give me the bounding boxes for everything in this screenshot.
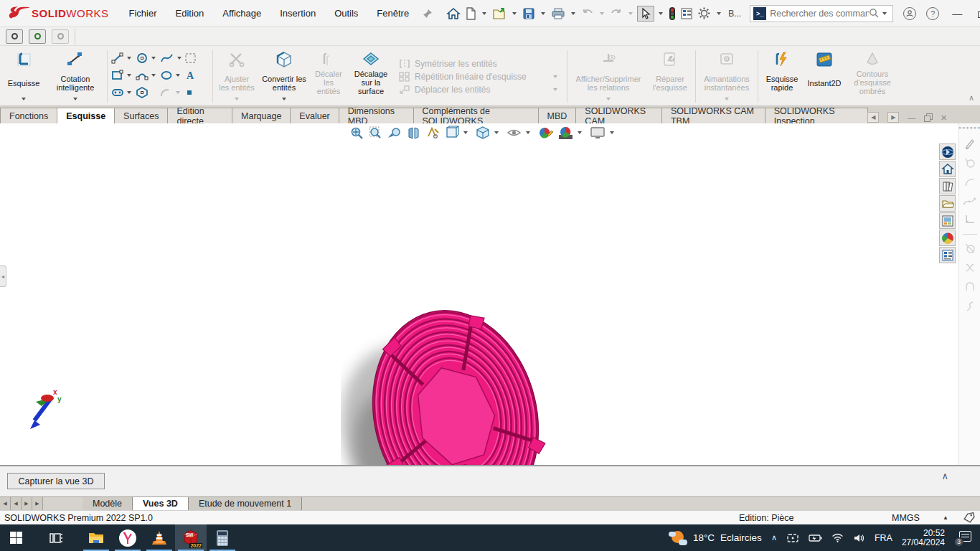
tab-dimensions-mbd[interactable]: Dimensions MBD [339, 108, 414, 123]
tab-scroll-last-button[interactable]: ▶ [32, 497, 43, 510]
settings-dropdown-icon[interactable] [717, 12, 721, 15]
new-document-button[interactable] [463, 5, 478, 22]
tab-edition-directe[interactable]: Edition directe [167, 108, 232, 123]
volume-icon[interactable] [853, 533, 865, 543]
arc-dropdown-icon[interactable] [151, 74, 156, 77]
graphics-area[interactable]: ◂ [0, 123, 980, 465]
action-center-button[interactable]: 3 [954, 529, 973, 547]
minimize-button[interactable]: — [952, 8, 962, 19]
ellipse-dropdown-icon[interactable] [176, 74, 180, 77]
task-view-button[interactable] [40, 524, 72, 551]
tab-vues-3d[interactable]: Vues 3D [133, 497, 189, 510]
search-type-icon[interactable]: >_ [753, 7, 766, 20]
rectangle-dropdown-icon[interactable] [127, 74, 131, 77]
weather-widget[interactable]: 18°C Eclaircies [669, 529, 762, 547]
menu-outils[interactable]: Outils [334, 8, 358, 19]
record-video-icon[interactable] [29, 29, 46, 44]
view-orientation-icon[interactable] [445, 126, 471, 140]
tab-scroll-prev-button[interactable]: ◀ [11, 497, 22, 510]
language-indicator[interactable]: FRA [875, 533, 892, 543]
capture-3d-view-button[interactable]: Capturer la vue 3D [7, 473, 105, 489]
previous-view-icon[interactable] [387, 126, 402, 140]
tab-scroll-next-button[interactable]: ▶ [22, 497, 32, 510]
units-dropdown-icon[interactable]: ▲ [943, 514, 948, 521]
open-dropdown-icon[interactable] [512, 12, 517, 15]
login-user-icon[interactable] [903, 7, 916, 20]
tab-etude-mouvement[interactable]: Etude de mouvement 1 [189, 497, 302, 510]
help-icon[interactable]: ? [926, 7, 939, 20]
new-document-dropdown-icon[interactable] [482, 12, 486, 15]
spline-dropdown-icon[interactable] [177, 57, 182, 60]
tab-solidworks-cam-tbm[interactable]: SOLIDWORKS CAM TBM [661, 108, 765, 123]
settings-gear-button[interactable] [696, 4, 712, 22]
appearances-scenes-icon[interactable] [939, 230, 956, 246]
view-settings-icon[interactable] [590, 126, 617, 140]
select-tool-dropdown-icon[interactable] [659, 12, 663, 15]
print-button[interactable] [550, 5, 567, 22]
tab-modele[interactable]: Modèle [83, 497, 133, 510]
text-tool-icon[interactable]: A [184, 70, 196, 81]
file-explorer-icon[interactable] [939, 195, 956, 212]
units-label[interactable]: MMGS [892, 513, 920, 523]
zoom-to-area-icon[interactable] [369, 126, 382, 140]
search-input[interactable] [770, 9, 869, 19]
menu-fichier[interactable]: Fichier [129, 8, 157, 19]
search-dropdown-icon[interactable] [882, 12, 887, 15]
tab-marquage[interactable]: Marquage [232, 108, 291, 123]
pin-menu-icon[interactable] [422, 8, 433, 19]
line-tool-icon[interactable] [111, 52, 124, 64]
arc-tool-icon[interactable] [136, 70, 149, 81]
tab-scroll-first-button[interactable]: ◀ [0, 497, 11, 510]
sw-resources-home-icon[interactable] [939, 161, 956, 177]
esquisse-button[interactable]: Esquisse [1, 49, 46, 104]
display-style-dropdown-icon[interactable] [494, 131, 499, 134]
menu-insertion[interactable]: Insertion [280, 8, 316, 19]
tab-esquisse[interactable]: Esquisse [57, 108, 115, 123]
cotation-intelligente-button[interactable]: Cotation intelligente [46, 49, 105, 104]
decalage-surface-button[interactable]: Décalage sur la surface [347, 49, 395, 104]
yandex-browser-taskbar-icon[interactable] [112, 524, 143, 551]
hide-show-dropdown-icon[interactable] [526, 131, 530, 134]
tab-complements[interactable]: Compléments de SOLIDWORKS [413, 108, 539, 123]
tab-solidworks-inspection[interactable]: SOLIDWORKS Inspection [765, 108, 868, 123]
ink-pen-icon[interactable] [964, 138, 976, 149]
pane-previous-button[interactable]: ◀ [867, 112, 879, 123]
print-dropdown-icon[interactable] [571, 12, 575, 15]
calculator-taskbar-icon[interactable] [207, 524, 238, 551]
screen-capture-icon[interactable] [6, 29, 23, 44]
file-explorer-taskbar-icon[interactable] [80, 524, 112, 551]
pane-next-button[interactable]: ▶ [887, 112, 899, 123]
tab-surfaces[interactable]: Surfaces [114, 108, 168, 123]
ellipse-tool-icon[interactable] [160, 70, 173, 81]
cotation-dropdown-icon[interactable] [73, 98, 77, 100]
toolbar-overflow-label[interactable]: B... [728, 9, 741, 19]
select-tool-button[interactable] [637, 6, 654, 22]
search-icon[interactable] [869, 8, 880, 19]
3dexperience-icon[interactable] [939, 143, 956, 160]
convertir-dropdown-icon[interactable] [282, 98, 286, 100]
design-library-icon[interactable] [939, 178, 956, 194]
tray-expand-icon[interactable]: ∧ [771, 533, 777, 542]
ribbon-collapse-icon[interactable]: ∧ [969, 93, 974, 103]
start-button[interactable] [0, 524, 32, 551]
open-button[interactable] [491, 5, 508, 22]
convertir-entites-button[interactable]: Convertir les entités [258, 49, 310, 104]
solidworks-taskbar-icon[interactable]: SW 2022 [175, 524, 207, 551]
tab-solidworks-cam[interactable]: SOLIDWORKS CAM [575, 108, 662, 123]
save-dropdown-icon[interactable] [541, 12, 545, 15]
circle-dropdown-icon[interactable] [151, 57, 156, 60]
esquisse-rapide-button[interactable]: Esquisse rapide [760, 49, 804, 104]
select-region-icon[interactable] [184, 52, 197, 64]
esquisse-dropdown-icon[interactable] [22, 98, 26, 100]
view-settings-dropdown-icon[interactable] [610, 131, 614, 134]
doc-restore-button[interactable] [924, 113, 932, 121]
edit-appearance-icon[interactable] [538, 126, 553, 140]
tab-fonctions[interactable]: Fonctions [0, 108, 57, 123]
hide-show-items-icon[interactable] [507, 126, 533, 139]
slot-dropdown-icon[interactable] [127, 91, 131, 94]
circle-tool-icon[interactable] [136, 52, 149, 64]
apply-scene-icon[interactable] [558, 126, 585, 140]
view-orientation-dropdown-icon[interactable] [463, 131, 468, 134]
rebuild-button[interactable] [667, 4, 677, 23]
battery-icon[interactable] [809, 534, 822, 542]
